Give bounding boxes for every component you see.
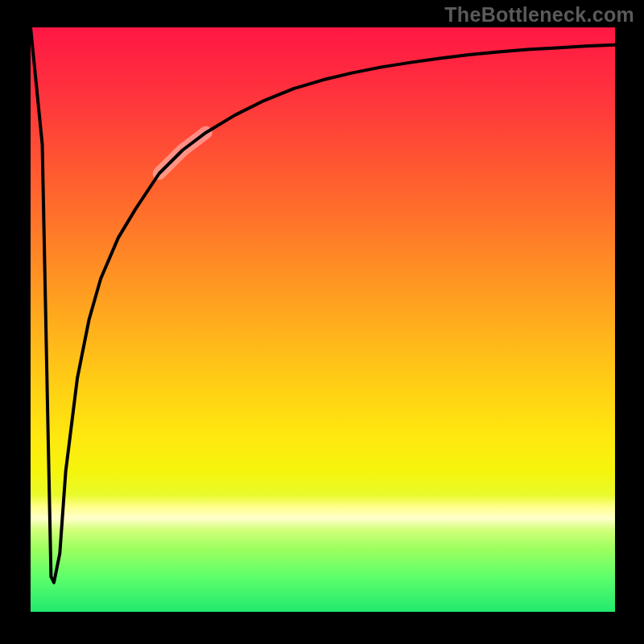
chart-frame: TheBottleneck.com [0,0,644,644]
chart-svg [31,27,615,612]
main-curve [31,27,615,583]
plot-area [31,27,615,612]
watermark-text: TheBottleneck.com [444,3,634,27]
